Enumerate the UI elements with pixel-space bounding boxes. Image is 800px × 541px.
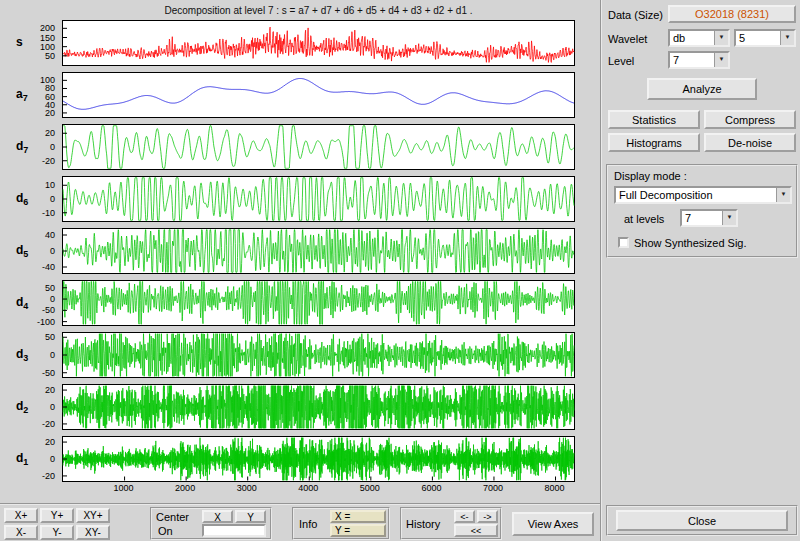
wavelet-number-select[interactable]: 5 ▼ [734, 29, 796, 47]
show-synthesized-label: Show Synthesized Sig. [634, 237, 747, 249]
y-tick-label: 50 [28, 332, 55, 342]
zoom-controls: X+ Y+ XY+ X- Y- XY- [4, 508, 110, 540]
info-label: Info [299, 518, 317, 530]
chevron-down-icon[interactable]: ▼ [780, 31, 794, 45]
wavelet-decomposition-window: Decomposition at level 7 : s = a7 + d7 +… [0, 0, 800, 541]
chevron-down-icon[interactable]: ▼ [714, 53, 728, 67]
history-rewind-button[interactable]: << [454, 524, 498, 537]
chevron-down-icon[interactable]: ▼ [722, 211, 736, 225]
y-tick-label: -40 [28, 262, 55, 272]
y-tick-labels-d3: -50050 [28, 332, 58, 378]
analyze-button[interactable]: Analyze [647, 78, 757, 100]
compress-button[interactable]: Compress [704, 110, 796, 129]
plot-axes-d2[interactable] [62, 384, 575, 430]
y-tick-labels-d2: -20020 [28, 384, 58, 430]
y-tick-labels-d6: -10010 [28, 176, 58, 222]
wavelet-family-select[interactable]: db ▼ [668, 29, 730, 47]
y-tick-label: 10 [28, 180, 55, 190]
y-tick-label: 150 [28, 33, 55, 43]
center-y-button[interactable]: Y [235, 510, 266, 523]
x-tick-label: 2000 [168, 483, 202, 493]
y-tick-label: -50 [28, 305, 55, 315]
plot-axes-d7[interactable] [62, 124, 575, 170]
control-panel: Data (Size) O32018 (8231) Wavelet db ▼ 5… [600, 0, 800, 541]
zoom-x-minus-button[interactable]: X- [4, 525, 38, 540]
subplot-row-d6: d6-10010 [0, 176, 600, 222]
subplot-row-d1: d1-20020 [0, 436, 600, 482]
signal-label-a7: a7 [16, 87, 28, 103]
subplot-row-d7: d7-20020 [0, 124, 600, 170]
history-group: History <- -> << [400, 507, 502, 540]
subplot-row-d3: d3-50050 [0, 332, 600, 378]
subplots-stack: s50100150200a720406080100d7-20020d6-1001… [0, 20, 600, 488]
display-mode-value: Full Decomposition [616, 189, 776, 202]
display-mode-select[interactable]: Full Decomposition ▼ [614, 186, 792, 204]
plot-axes-d6[interactable] [62, 176, 575, 222]
statistics-button[interactable]: Statistics [608, 110, 700, 129]
y-tick-label: 0 [28, 294, 55, 304]
subplot-row-s: s50100150200 [0, 20, 600, 66]
zoom-xy-plus-button[interactable]: XY+ [76, 508, 110, 523]
zoom-xy-minus-button[interactable]: XY- [76, 525, 110, 540]
history-label: History [406, 518, 440, 530]
show-synthesized-checkbox[interactable] [618, 237, 629, 248]
close-group: Close [606, 505, 798, 536]
y-tick-label: 0 [28, 246, 55, 256]
plot-title: Decomposition at level 7 : s = a7 + d7 +… [62, 5, 575, 16]
history-back-button[interactable]: <- [454, 510, 475, 523]
zoom-y-plus-button[interactable]: Y+ [40, 508, 74, 523]
on-label: On [158, 525, 173, 537]
y-tick-label: 50 [28, 51, 55, 61]
data-size-value: O32018 (8231) [668, 5, 796, 23]
subplot-row-d4: d4-100-50050 [0, 280, 600, 326]
center-x-button[interactable]: X [202, 510, 233, 523]
view-axes-button[interactable]: View Axes [512, 512, 594, 536]
y-tick-labels-d4: -100-50050 [28, 280, 58, 326]
plot-axes-d4[interactable] [62, 280, 575, 326]
chevron-down-icon[interactable]: ▼ [714, 31, 728, 45]
info-x-field[interactable]: X = [330, 510, 386, 523]
y-tick-labels-d1: -20020 [28, 436, 58, 482]
data-size-label: Data (Size) [608, 9, 663, 21]
zoom-x-plus-button[interactable]: X+ [4, 508, 38, 523]
plot-axes-d5[interactable] [62, 228, 575, 274]
y-tick-label: 40 [28, 230, 55, 240]
info-y-field[interactable]: Y = [330, 524, 386, 537]
at-levels-select[interactable]: 7 ▼ [680, 209, 738, 227]
y-tick-label: 50 [28, 283, 55, 293]
y-tick-label: -20 [28, 471, 55, 481]
signal-label-d6: d6 [16, 191, 28, 207]
decomposition-plot-area: Decomposition at level 7 : s = a7 + d7 +… [0, 0, 600, 503]
y-tick-label: -20 [28, 419, 55, 429]
signal-label-d7: d7 [16, 139, 28, 155]
plot-axes-a7[interactable] [62, 72, 575, 118]
x-tick-label: 1000 [107, 483, 141, 493]
x-tick-label: 8000 [538, 483, 572, 493]
history-forward-button[interactable]: -> [477, 510, 498, 523]
subplot-row-d5: d5-40040 [0, 228, 600, 274]
y-tick-label: 0 [28, 194, 55, 204]
chevron-down-icon[interactable]: ▼ [776, 188, 790, 202]
plot-axes-d3[interactable] [62, 332, 575, 378]
denoise-button[interactable]: De-noise [704, 133, 796, 152]
y-tick-label: 100 [28, 42, 55, 52]
histograms-button[interactable]: Histograms [608, 133, 700, 152]
signal-label-d3: d3 [16, 347, 28, 363]
x-tick-label: 6000 [414, 483, 448, 493]
y-tick-label: 100 [28, 75, 55, 85]
y-tick-label: 20 [28, 437, 55, 447]
y-tick-label: -50 [28, 368, 55, 378]
center-label: Center [156, 511, 189, 523]
signal-label-d1: d1 [16, 451, 28, 467]
plot-axes-d1[interactable] [62, 436, 575, 482]
zoom-y-minus-button[interactable]: Y- [40, 525, 74, 540]
close-button[interactable]: Close [616, 510, 788, 531]
level-select[interactable]: 7 ▼ [668, 51, 730, 69]
at-levels-value: 7 [682, 212, 722, 225]
y-tick-label: 0 [28, 350, 55, 360]
wavelet-family-value: db [670, 32, 714, 45]
plot-axes-s[interactable] [62, 20, 575, 66]
subplot-row-d2: d2-20020 [0, 384, 600, 430]
y-tick-label: 0 [28, 142, 55, 152]
center-on-input[interactable] [202, 524, 266, 537]
